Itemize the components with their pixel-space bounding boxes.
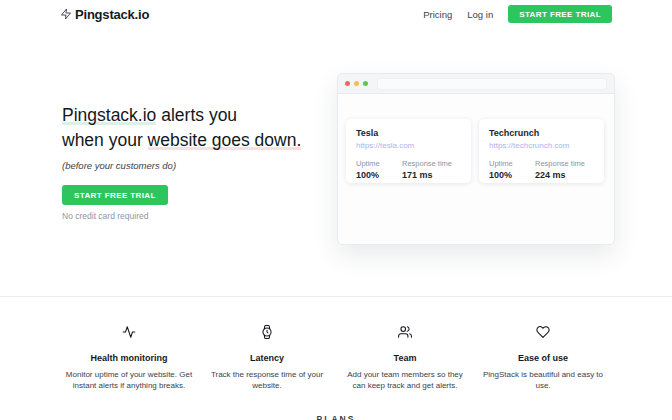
monitor-card-tesla: Tesla https://tesla.com Uptime 100% Resp… xyxy=(346,119,471,183)
feature-ease-of-use: Ease of use PingStack is beautiful and e… xyxy=(474,325,612,391)
header-cta-button[interactable]: START FREE TRIAL xyxy=(508,5,612,23)
monitor-cards: Tesla https://tesla.com Uptime 100% Resp… xyxy=(346,119,604,183)
card-url: https://tesla.com xyxy=(356,141,461,150)
uptime-stat: Uptime 100% xyxy=(356,159,402,180)
hero-subtext: (before your customers do) xyxy=(62,160,347,171)
hero-cta-note: No credit card required xyxy=(62,211,347,221)
section-divider xyxy=(0,296,672,297)
traffic-light-yellow-icon xyxy=(354,81,359,86)
browser-url-bar xyxy=(377,78,607,90)
monitor-card-techcrunch: Techcrunch https://techcrunch.com Uptime… xyxy=(479,119,604,183)
card-title: Techcrunch xyxy=(489,128,594,138)
users-icon xyxy=(398,325,412,339)
watch-icon xyxy=(260,325,274,339)
headline-highlight-brand: Pingstack.io xyxy=(62,105,156,125)
traffic-light-green-icon xyxy=(363,81,368,86)
feature-description: PingStack is beautiful and easy to use. xyxy=(478,369,608,391)
browser-mockup: Tesla https://tesla.com Uptime 100% Resp… xyxy=(337,73,615,245)
plans-section-label: PLANS xyxy=(0,414,672,420)
feature-description: Monitor uptime of your website. Get inst… xyxy=(64,369,194,391)
card-stats: Uptime 100% Response time 224 ms xyxy=(489,159,594,180)
hero-section: Pingstack.io alerts youwhen your website… xyxy=(62,103,347,221)
feature-title: Health monitoring xyxy=(64,353,194,363)
feature-health-monitoring: Health monitoring Monitor uptime of your… xyxy=(60,325,198,391)
response-value: 171 ms xyxy=(402,170,452,180)
card-stats: Uptime 100% Response time 171 ms xyxy=(356,159,461,180)
feature-description: Add your team members so they can keep t… xyxy=(340,369,470,391)
heart-icon xyxy=(536,325,550,339)
response-label: Response time xyxy=(402,159,452,168)
landing-page: { "header": { "brand": "Pingstack.io", "… xyxy=(0,0,672,420)
browser-chrome xyxy=(338,74,614,94)
headline-line1-rest: alerts you xyxy=(156,105,237,125)
uptime-stat: Uptime 100% xyxy=(489,159,535,180)
nav-link-login[interactable]: Log in xyxy=(467,9,493,20)
response-stat: Response time 171 ms xyxy=(402,159,452,180)
feature-title: Ease of use xyxy=(478,353,608,363)
uptime-value: 100% xyxy=(489,170,535,180)
header-nav: Pricing Log in START FREE TRIAL xyxy=(423,5,612,23)
header: Pingstack.io Pricing Log in START FREE T… xyxy=(0,0,672,28)
brand-logo[interactable]: Pingstack.io xyxy=(60,7,149,22)
headline-line2-prefix: when your xyxy=(62,130,148,150)
nav-link-pricing[interactable]: Pricing xyxy=(423,9,452,20)
hero-cta-button[interactable]: START FREE TRIAL xyxy=(62,185,168,205)
feature-team: Team Add your team members so they can k… xyxy=(336,325,474,391)
zap-icon xyxy=(60,8,72,20)
activity-icon xyxy=(122,325,136,339)
feature-title: Team xyxy=(340,353,470,363)
headline-highlight-down: website goes down. xyxy=(148,130,302,150)
features-row: Health monitoring Monitor uptime of your… xyxy=(60,325,612,391)
hero-headline: Pingstack.io alerts youwhen your website… xyxy=(62,103,347,153)
uptime-value: 100% xyxy=(356,170,402,180)
feature-description: Track the response time of your website. xyxy=(202,369,332,391)
response-label: Response time xyxy=(535,159,585,168)
card-url: https://techcrunch.com xyxy=(489,141,594,150)
uptime-label: Uptime xyxy=(489,159,535,168)
response-stat: Response time 224 ms xyxy=(535,159,585,180)
feature-latency: Latency Track the response time of your … xyxy=(198,325,336,391)
feature-title: Latency xyxy=(202,353,332,363)
uptime-label: Uptime xyxy=(356,159,402,168)
card-title: Tesla xyxy=(356,128,461,138)
brand-name: Pingstack.io xyxy=(75,7,149,22)
traffic-light-red-icon xyxy=(345,81,350,86)
response-value: 224 ms xyxy=(535,170,585,180)
